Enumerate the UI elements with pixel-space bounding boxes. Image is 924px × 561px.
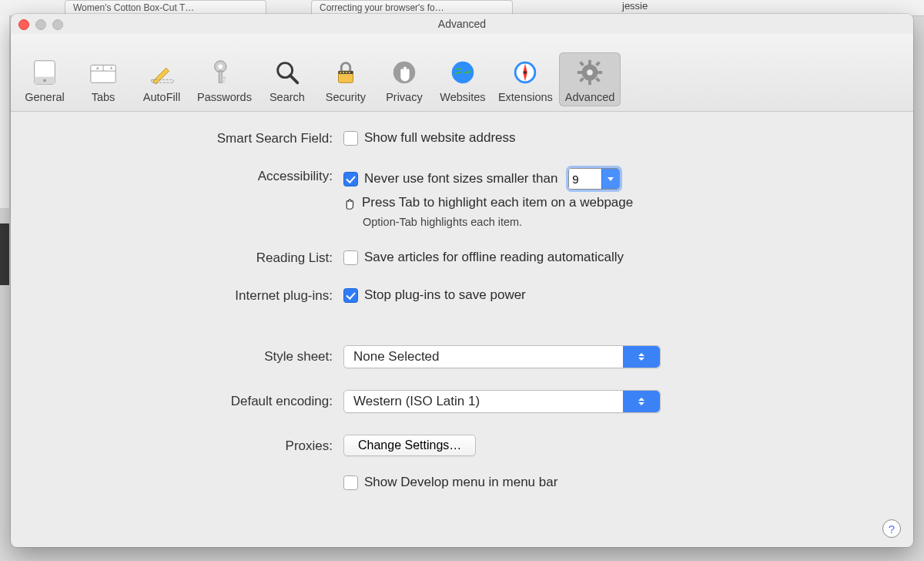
label-accessibility: Accessibility: [34,168,343,184]
tab-autofill[interactable]: AutoFill [132,52,191,106]
minimize-window-button[interactable] [35,19,46,30]
updown-icon [623,346,660,368]
tab-privacy[interactable]: Privacy [375,52,434,106]
svg-point-2 [43,79,46,82]
svg-marker-8 [153,68,169,84]
tab-label: Privacy [386,91,423,103]
tab-label: AutoFill [143,91,180,103]
checkbox-offline-reading[interactable]: Save articles for offline reading automa… [343,250,624,265]
tab-tabs[interactable]: ×+ Tabs [74,52,132,106]
svg-rect-36 [595,77,601,82]
tab-general[interactable]: General [15,52,74,106]
svg-rect-21 [346,72,347,73]
label-smart-search: Smart Search Field: [34,130,343,146]
svg-rect-19 [340,72,341,73]
svg-rect-22 [349,72,350,73]
preferences-toolbar: General ×+ Tabs AutoFill Passwords Searc… [11,34,913,112]
window-controls [18,19,63,30]
advanced-form: Smart Search Field: Show full website ad… [11,112,913,515]
general-icon [29,57,60,88]
row-reading-list: Reading List: Save articles for offline … [34,250,890,266]
tab-label: Extensions [498,91,553,103]
label-style-sheet: Style sheet: [34,345,343,364]
checkbox-icon [343,250,358,265]
checkbox-stop-plugins[interactable]: Stop plug-ins to save power [343,287,526,303]
min-font-size-stepper[interactable] [568,168,620,190]
gear-icon [574,57,605,88]
svg-rect-33 [578,71,583,74]
checkbox-min-font-size[interactable] [343,172,358,186]
close-window-button[interactable] [18,19,29,30]
checkbox-text: Stop plug-ins to save power [364,287,526,303]
accessibility-note: Option-Tab highlights each item. [363,216,522,228]
checkbox-show-full-url[interactable]: Show full website address [343,130,516,146]
tab-search[interactable]: Search [258,52,316,106]
svg-rect-13 [223,77,226,79]
tab-websites[interactable]: Websites [434,52,492,106]
svg-line-16 [290,76,298,83]
background-sidebar-light [0,15,10,208]
tab-label: General [25,91,65,103]
svg-rect-32 [588,80,591,86]
svg-rect-20 [343,72,344,73]
tab-label: Search [270,91,305,103]
svg-point-11 [219,65,223,69]
updown-icon [623,391,660,412]
row-plugins: Internet plug-ins: Stop plug-ins to save… [34,287,890,304]
tab-label: Passwords [197,91,252,103]
zoom-window-button[interactable] [52,19,63,30]
pointer-cursor-icon [340,194,357,211]
label-empty [34,475,343,475]
help-button[interactable]: ? [882,519,901,538]
row-proxies: Proxies: Change Settings… [34,435,890,456]
default-encoding-select[interactable]: Western (ISO Latin 1) [343,390,661,413]
select-value: Western (ISO Latin 1) [344,394,489,409]
svg-rect-35 [579,61,584,66]
svg-rect-31 [588,60,591,66]
change-settings-button[interactable]: Change Settings… [343,435,476,456]
background-user-label: jessie [622,0,648,12]
svg-rect-37 [595,61,601,66]
svg-point-30 [587,69,593,76]
tab-passwords[interactable]: Passwords [191,52,258,106]
background-sidebar-dark [0,223,9,285]
checkbox-text: Show Develop menu in menu bar [364,475,557,490]
label-proxies: Proxies: [34,435,343,454]
tab-extensions[interactable]: Extensions [492,52,559,106]
checkbox-develop-menu[interactable]: Show Develop menu in menu bar [343,475,557,490]
svg-point-28 [524,71,527,74]
min-font-size-input[interactable] [569,169,601,189]
label-reading-list: Reading List: [34,250,343,266]
search-icon [272,57,303,88]
svg-rect-12 [219,71,223,82]
background-tab-2: Correcting your browser's fo… [311,0,513,15]
row-style-sheet: Style sheet: None Selected [34,345,890,368]
checkbox-icon [343,475,358,490]
style-sheet-select[interactable]: None Selected [343,345,661,368]
window-title: Advanced [438,18,486,30]
tab-advanced[interactable]: Advanced [559,52,621,106]
tab-security[interactable]: Security [316,52,375,106]
checkbox-text: Show full website address [364,130,516,146]
svg-rect-34 [598,71,603,74]
row-default-encoding: Default encoding: Western (ISO Latin 1) [34,390,890,413]
label-default-encoding: Default encoding: [34,390,343,409]
checkbox-text: Never use font sizes smaller than [364,171,557,186]
preferences-window: Advanced General ×+ Tabs AutoFill Passwo [11,14,913,547]
chevron-down-icon[interactable] [601,169,619,189]
lock-icon [330,57,361,88]
svg-rect-14 [223,80,226,82]
tab-label: Websites [440,91,485,103]
label-plugins: Internet plug-ins: [34,287,343,304]
privacy-hand-icon [389,57,420,88]
tab-label: Tabs [92,91,116,103]
tabs-icon: ×+ [88,57,119,88]
titlebar: Advanced [11,14,913,34]
checkbox-icon [343,288,358,303]
row-develop-menu: Show Develop menu in menu bar [34,475,890,490]
compass-icon [510,57,541,88]
tab-label: Security [326,91,366,103]
svg-rect-38 [579,77,584,82]
checkbox-tab-highlight[interactable]: Press Tab to highlight each item on a we… [343,194,633,211]
tab-label: Advanced [565,91,615,103]
